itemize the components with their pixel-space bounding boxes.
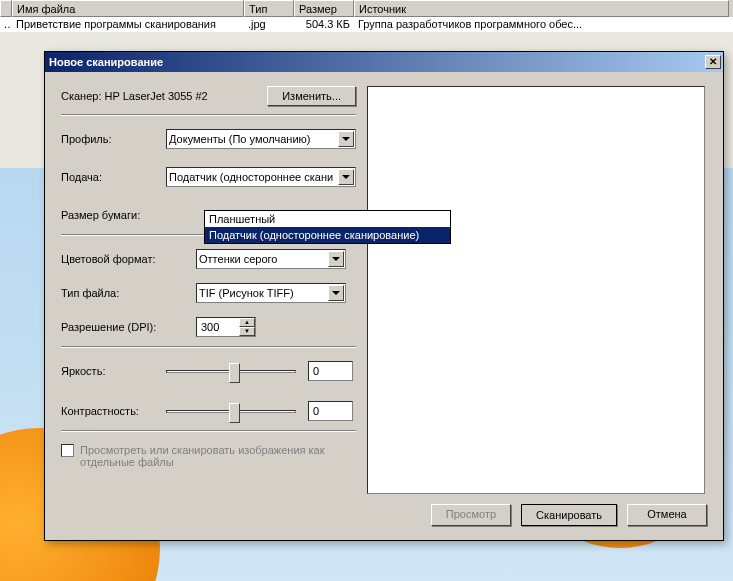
contrast-label: Контрастность: xyxy=(61,405,166,417)
preview-button[interactable]: Просмотр xyxy=(431,504,511,526)
filetype-label: Тип файла: xyxy=(61,287,166,299)
contrast-input[interactable] xyxy=(308,401,353,421)
table-row[interactable]: ... Приветствие программы сканирования .… xyxy=(0,17,733,32)
dd-option-flatbed[interactable]: Планшетный xyxy=(205,211,450,227)
chevron-down-icon[interactable] xyxy=(328,285,344,301)
chevron-down-icon[interactable] xyxy=(338,169,354,185)
brightness-label: Яркость: xyxy=(61,365,166,377)
feed-select[interactable]: Податчик (одностороннее скани xyxy=(166,167,356,187)
col-filetype[interactable]: Тип фа... xyxy=(244,0,294,17)
close-icon[interactable]: ✕ xyxy=(705,55,721,69)
feed-dropdown-popup: Планшетный Податчик (одностороннее скани… xyxy=(204,210,451,244)
dpi-label: Разрешение (DPI): xyxy=(61,321,166,333)
color-select[interactable]: Оттенки серого xyxy=(196,249,346,269)
scan-button[interactable]: Сканировать xyxy=(521,504,617,526)
dd-option-feeder[interactable]: Податчик (одностороннее сканирование) xyxy=(205,227,450,243)
profile-label: Профиль: xyxy=(61,133,166,145)
cancel-button[interactable]: Отмена xyxy=(627,504,707,526)
col-filename[interactable]: Имя файла xyxy=(12,0,244,17)
contrast-slider[interactable] xyxy=(166,410,296,413)
scanner-label: Сканер: xyxy=(61,90,101,102)
cell-filetype: .jpg xyxy=(244,17,294,32)
table-header: Имя файла Тип фа... Размер Источник xyxy=(0,0,733,17)
separate-files-label: Просмотреть или сканировать изображения … xyxy=(80,444,340,468)
dialog-title: Новое сканирование xyxy=(49,56,705,68)
chevron-down-icon[interactable] xyxy=(338,131,354,147)
scanner-value: HP LaserJet 3055 #2 xyxy=(105,90,208,102)
slider-thumb[interactable] xyxy=(229,403,240,423)
feed-label: Подача: xyxy=(61,171,166,183)
filetype-select[interactable]: TIF (Рисунок TIFF) xyxy=(196,283,346,303)
separate-files-checkbox xyxy=(61,444,74,457)
chevron-down-icon[interactable] xyxy=(328,251,344,267)
dpi-spinner[interactable]: 300 ▲ ▼ xyxy=(196,317,256,337)
profile-select[interactable]: Документы (По умолчанию) xyxy=(166,129,356,149)
paper-label: Размер бумаги: xyxy=(61,209,166,221)
cell-size: 504.3 КБ xyxy=(294,17,354,32)
titlebar[interactable]: Новое сканирование ✕ xyxy=(45,52,723,72)
cell-source: Группа разработчиков программного обес..… xyxy=(354,17,729,32)
change-button[interactable]: Изменить... xyxy=(267,86,356,106)
preview-pane xyxy=(367,86,705,494)
scan-dialog: Новое сканирование ✕ Сканер: HP LaserJet… xyxy=(44,51,724,541)
brightness-input[interactable] xyxy=(308,361,353,381)
col-icon[interactable] xyxy=(0,0,12,17)
brightness-slider[interactable] xyxy=(166,370,296,373)
spin-down-icon[interactable]: ▼ xyxy=(239,327,255,336)
spin-up-icon[interactable]: ▲ xyxy=(239,318,255,327)
slider-thumb[interactable] xyxy=(229,363,240,383)
cell-filename: Приветствие программы сканирования xyxy=(12,17,244,32)
col-size[interactable]: Размер xyxy=(294,0,354,17)
color-label: Цветовой формат: xyxy=(61,253,166,265)
col-source[interactable]: Источник xyxy=(354,0,729,17)
